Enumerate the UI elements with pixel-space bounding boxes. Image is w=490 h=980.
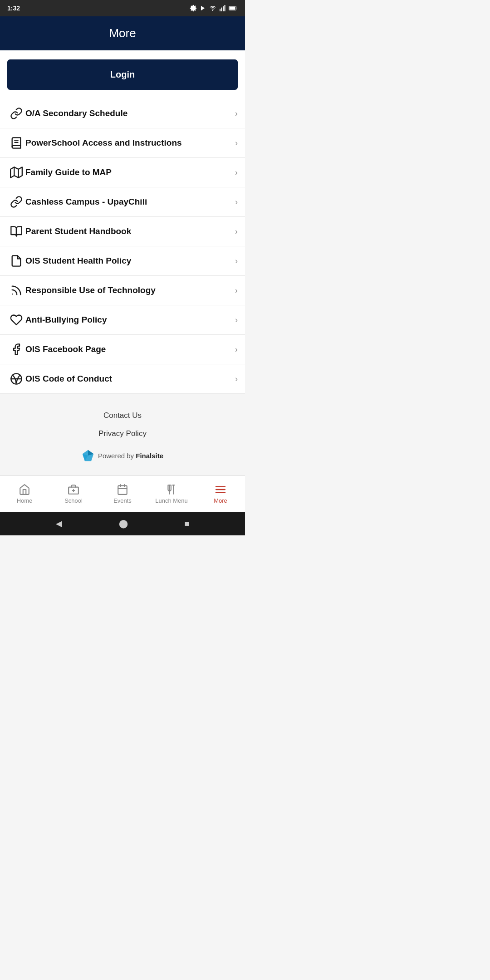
page-header: More bbox=[0, 16, 245, 50]
svg-rect-5 bbox=[225, 5, 225, 11]
powered-by-label: Powered by bbox=[98, 452, 134, 460]
menu-item-code-of-conduct[interactable]: OIS Code of Conduct › bbox=[0, 364, 245, 394]
heart-svg bbox=[10, 314, 23, 326]
facebook-svg bbox=[10, 343, 23, 356]
menu-item-oa-secondary-schedule[interactable]: O/A Secondary Schedule › bbox=[0, 99, 245, 128]
chevron-right-icon: › bbox=[235, 315, 238, 325]
chevron-right-icon: › bbox=[235, 109, 238, 118]
notebook-icon bbox=[7, 225, 25, 238]
home-nav-icon bbox=[19, 484, 30, 495]
svg-marker-10 bbox=[10, 167, 22, 177]
chevron-right-icon: › bbox=[235, 374, 238, 384]
menu-label-health-policy: OIS Student Health Policy bbox=[25, 256, 235, 266]
status-time: 1:32 bbox=[7, 5, 20, 12]
chevron-right-icon: › bbox=[235, 256, 238, 266]
back-button[interactable]: ◀ bbox=[56, 519, 62, 529]
login-button[interactable]: Login bbox=[7, 59, 238, 90]
recents-button[interactable]: ■ bbox=[185, 519, 190, 529]
contact-us-link[interactable]: Contact Us bbox=[7, 407, 238, 425]
nav-lunch-label: Lunch Menu bbox=[155, 497, 188, 504]
menu-item-parent-handbook[interactable]: Parent Student Handbook › bbox=[0, 217, 245, 246]
wifi-icon bbox=[209, 5, 217, 11]
svg-rect-2 bbox=[220, 9, 220, 11]
bottom-navigation: Home School Events Lunch Menu bbox=[0, 475, 245, 512]
nav-school[interactable]: School bbox=[49, 476, 98, 512]
nav-events[interactable]: Events bbox=[98, 476, 147, 512]
nav-home-label: Home bbox=[17, 497, 33, 504]
heart-icon bbox=[7, 314, 25, 326]
rss-icon bbox=[7, 284, 25, 297]
map-icon bbox=[7, 166, 25, 179]
more-nav-icon bbox=[215, 484, 226, 495]
chevron-right-icon: › bbox=[235, 345, 238, 354]
menu-item-cashless-campus[interactable]: Cashless Campus - UpayChili › bbox=[0, 187, 245, 217]
footer-links: Contact Us Privacy Policy Powered by Fin… bbox=[0, 394, 245, 475]
nav-home[interactable]: Home bbox=[0, 476, 49, 512]
chevron-right-icon: › bbox=[235, 168, 238, 177]
link-svg-2 bbox=[10, 196, 23, 208]
book-svg bbox=[10, 137, 23, 149]
finalsite-logo-icon bbox=[82, 449, 94, 462]
nav-events-label: Events bbox=[113, 497, 132, 504]
book-icon bbox=[7, 137, 25, 149]
finalsite-label: Finalsite bbox=[136, 452, 163, 460]
svg-rect-7 bbox=[229, 6, 235, 10]
nav-more[interactable]: More bbox=[196, 476, 245, 512]
rss-svg bbox=[10, 284, 23, 297]
chevron-right-icon: › bbox=[235, 227, 238, 236]
menu-label-family-guide: Family Guide to MAP bbox=[25, 167, 235, 177]
menu-label-cashless-campus: Cashless Campus - UpayChili bbox=[25, 197, 235, 207]
status-icons bbox=[190, 5, 238, 12]
school-nav-icon bbox=[68, 484, 79, 495]
nav-more-label: More bbox=[214, 497, 227, 504]
menu-label-oa-secondary-schedule: O/A Secondary Schedule bbox=[25, 108, 235, 118]
svg-marker-0 bbox=[201, 6, 205, 11]
menu-item-family-guide[interactable]: Family Guide to MAP › bbox=[0, 158, 245, 187]
document-icon bbox=[7, 255, 25, 267]
facebook-icon bbox=[7, 343, 25, 356]
menu-label-facebook: OIS Facebook Page bbox=[25, 344, 235, 354]
svg-rect-21 bbox=[118, 485, 127, 495]
settings-icon bbox=[190, 5, 197, 12]
nav-school-label: School bbox=[64, 497, 83, 504]
battery-icon bbox=[229, 5, 238, 11]
menu-item-facebook[interactable]: OIS Facebook Page › bbox=[0, 335, 245, 364]
svg-point-1 bbox=[212, 10, 213, 10]
powered-by-text: Powered by Finalsite bbox=[98, 452, 163, 460]
chevron-right-icon: › bbox=[235, 138, 238, 148]
menu-item-anti-bullying[interactable]: Anti-Bullying Policy › bbox=[0, 305, 245, 335]
menu-label-code-of-conduct: OIS Code of Conduct bbox=[25, 374, 235, 384]
menu-item-powerschool[interactable]: PowerSchool Access and Instructions › bbox=[0, 128, 245, 158]
menu-label-anti-bullying: Anti-Bullying Policy bbox=[25, 315, 235, 325]
notebook-svg bbox=[10, 225, 23, 238]
svg-rect-4 bbox=[223, 6, 224, 11]
svg-point-13 bbox=[12, 294, 13, 294]
menu-label-responsible-use: Responsible Use of Technology bbox=[25, 285, 235, 295]
privacy-policy-link[interactable]: Privacy Policy bbox=[7, 425, 238, 443]
basketball-icon bbox=[7, 372, 25, 385]
main-content: Login O/A Secondary Schedule › bbox=[0, 50, 245, 475]
menu-list: O/A Secondary Schedule › PowerSchool Acc… bbox=[0, 99, 245, 394]
events-nav-icon bbox=[117, 484, 128, 495]
chevron-right-icon: › bbox=[235, 286, 238, 295]
menu-label-parent-handbook: Parent Student Handbook bbox=[25, 226, 235, 236]
android-navigation: ◀ ⬤ ■ bbox=[0, 512, 245, 535]
chevron-right-icon: › bbox=[235, 197, 238, 207]
menu-label-powerschool: PowerSchool Access and Instructions bbox=[25, 138, 235, 148]
svg-rect-3 bbox=[221, 8, 222, 11]
link-icon-2 bbox=[7, 196, 25, 208]
status-bar: 1:32 bbox=[0, 0, 245, 16]
menu-item-responsible-use[interactable]: Responsible Use of Technology › bbox=[0, 276, 245, 305]
home-button[interactable]: ⬤ bbox=[119, 519, 128, 529]
play-icon bbox=[200, 5, 206, 12]
link-svg bbox=[10, 107, 23, 120]
header-title: More bbox=[109, 26, 136, 40]
nav-lunch-menu[interactable]: Lunch Menu bbox=[147, 476, 196, 512]
link-icon-1 bbox=[7, 107, 25, 120]
menu-item-health-policy[interactable]: OIS Student Health Policy › bbox=[0, 246, 245, 276]
map-svg bbox=[10, 166, 23, 179]
basketball-svg bbox=[10, 372, 23, 385]
signal-icon bbox=[220, 5, 226, 11]
document-svg bbox=[10, 255, 23, 267]
powered-by: Powered by Finalsite bbox=[7, 443, 238, 468]
